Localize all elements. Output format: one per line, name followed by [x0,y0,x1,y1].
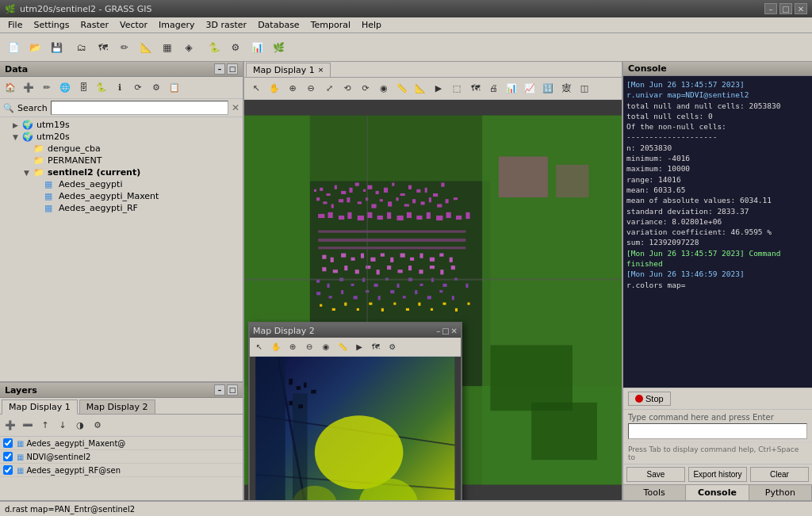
layer-cb-ndvi[interactable] [3,452,13,461]
console-tab-console[interactable]: Console [686,485,749,500]
toolbar-save[interactable]: 💾 [46,37,67,58]
map-tb-erase[interactable]: ⬚ [448,80,465,97]
layer-opacity[interactable]: ◑ [71,417,89,434]
toolbar-vector[interactable]: 📐 [136,37,156,58]
data-toolbar-history[interactable]: 📋 [166,79,183,97]
data-collapse-btn[interactable]: – [214,63,225,75]
layer-item-ndvi[interactable]: ▦ NDVI@sentinel2 [0,450,243,464]
tree-item-aedes3[interactable]: ▦ Aedes_aegypti_RF [2,202,241,214]
close-button[interactable]: ✕ [795,3,807,14]
map-tb-zoomfwd[interactable]: ⟳ [357,80,374,97]
layers-expand-btn[interactable]: □ [227,384,238,396]
map2-tb-zoomin[interactable]: ⊕ [285,339,301,355]
toolbar-open[interactable]: 📂 [25,37,45,58]
console-save-button[interactable]: Save [626,467,685,482]
tree-item-dengue[interactable]: 📁 dengue_cba [2,143,241,155]
stop-button[interactable]: Stop [628,392,671,406]
search-close-icon[interactable]: ✕ [232,102,239,113]
menu-vector[interactable]: Vector [115,18,152,32]
map2-min[interactable]: – [436,327,440,335]
map2-tb-pointer[interactable]: ↖ [251,339,267,355]
console-tab-tools[interactable]: Tools [623,485,686,500]
map2-tb-query[interactable]: ◉ [318,339,334,355]
menu-imagery[interactable]: Imagery [154,18,199,32]
tree-item-utm20s[interactable]: ▼ 🌍 utm20s [2,131,241,143]
menu-help[interactable]: Help [357,18,386,32]
layer-down[interactable]: ↓ [54,417,71,434]
data-toolbar-edit[interactable]: ✏ [38,79,56,97]
toolbar-digitize[interactable]: ✏ [114,37,135,58]
data-expand-btn[interactable]: □ [227,63,238,75]
data-toolbar-refresh[interactable]: ⟳ [129,79,147,97]
map2-max[interactable]: □ [442,327,449,335]
layer-properties[interactable]: ⚙ [89,417,106,434]
map-tb-print[interactable]: 🖨 [485,80,502,97]
tree-item-utm19s[interactable]: ▶ 🌍 utm19s [2,119,241,131]
data-toolbar-settings[interactable]: ⚙ [147,79,165,97]
map2-tb-save[interactable]: 🗺 [368,339,384,355]
data-toolbar-info[interactable]: ℹ [111,79,128,97]
console-clear-button[interactable]: Clear [750,467,809,482]
map-tb-profile[interactable]: 📈 [521,80,538,97]
layer-item-aedes-rf[interactable]: ▦ Aedes_aegypti_RF@sen [0,464,243,477]
toolbar-3d[interactable]: ◈ [178,37,199,58]
layer-cb-aedes-maxent[interactable] [3,438,13,448]
toolbar-new[interactable]: 📄 [3,37,24,58]
map-tb-zoomextent[interactable]: ⤢ [320,80,338,97]
menu-raster[interactable]: Raster [76,18,113,32]
menu-3d-raster[interactable]: 3D raster [201,18,252,32]
map-tb-compare[interactable]: ◫ [576,80,593,97]
tree-item-sentinel2[interactable]: ▼ 📁 sentinel2 (current) [2,166,241,178]
menu-file[interactable]: File [3,18,27,32]
map2-tb-more[interactable]: ⚙ [385,339,400,355]
layer-remove[interactable]: ➖ [19,417,36,434]
map2-tb-render[interactable]: ▶ [351,339,367,355]
tree-item-aedes2[interactable]: ▦ Aedes_aegypti_Maxent [2,190,241,202]
layer-cb-aedes-rf[interactable] [3,465,13,475]
minimize-button[interactable]: – [764,3,777,14]
map-tb-cat[interactable]: 🔢 [539,80,557,97]
map-tb-render[interactable]: ▶ [430,80,447,97]
map-tb-zoomback[interactable]: ⟲ [339,80,356,97]
map-tb-zoomin[interactable]: ⊕ [284,80,301,97]
toolbar-settings-2[interactable]: ⚙ [225,37,246,58]
toolbar-grass[interactable]: 🌿 [268,37,289,58]
map-tb-measure[interactable]: 📏 [393,80,411,97]
map2-tb-measure[interactable]: 📏 [335,339,350,355]
toolbar-gis-manager[interactable]: 🗂 [71,37,92,58]
map-tb-zoomout[interactable]: ⊖ [302,80,320,97]
console-tab-python[interactable]: Python [749,485,812,500]
map-tb-hist[interactable]: 📊 [503,80,520,97]
map-tb-save[interactable]: 🗺 [466,80,484,97]
layer-tab-map2[interactable]: Map Display 2 [79,399,155,414]
layers-collapse-btn[interactable]: – [214,384,225,396]
data-toolbar-home[interactable]: 🏠 [2,79,19,97]
map-tb-pan[interactable]: ✋ [266,80,283,97]
map-tab-1-close[interactable]: × [318,66,324,74]
map-tb-analyze[interactable]: 📐 [412,80,429,97]
layer-item-aedes-maxent[interactable]: ▦ Aedes_aegypti_Maxent@ [0,437,243,450]
data-toolbar-db[interactable]: 🗄 [75,79,92,97]
tree-item-permanent[interactable]: 📁 PERMANENT [2,155,241,166]
map-tb-nwt[interactable]: 🕸 [557,80,575,97]
layer-up[interactable]: ↑ [36,417,54,434]
toolbar-python[interactable]: 🐍 [204,37,224,58]
toolbar-raster[interactable]: ▦ [157,37,178,58]
map-tab-1[interactable]: Map Display 1 × [246,63,331,77]
title-bar-controls[interactable]: – □ ✕ [764,3,807,14]
menu-settings[interactable]: Settings [29,18,74,32]
map2-tb-zoomout[interactable]: ⊖ [301,339,317,355]
maximize-button[interactable]: □ [779,3,792,14]
tree-item-aedes1[interactable]: ▦ Aedes_aegypti [2,178,241,190]
map-tb-pointer[interactable]: ↖ [247,80,265,97]
map-tb-query[interactable]: ◉ [375,80,393,97]
search-input[interactable] [51,101,228,115]
data-toolbar-web[interactable]: 🌐 [56,79,74,97]
data-toolbar-python-2[interactable]: 🐍 [93,79,110,97]
data-toolbar-add[interactable]: ➕ [20,79,37,97]
menu-temporal[interactable]: Temporal [306,18,355,32]
export-history-button[interactable]: Export history [688,467,747,482]
toolbar-map-display[interactable]: 🗺 [93,37,113,58]
menu-database[interactable]: Database [253,18,304,32]
map2-close[interactable]: ✕ [451,327,458,335]
